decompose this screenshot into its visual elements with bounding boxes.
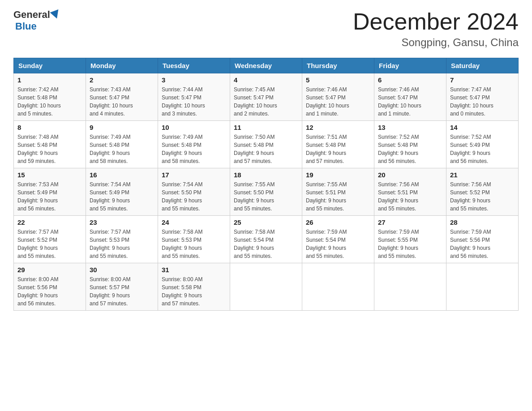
col-monday: Monday	[86, 58, 158, 73]
day-number: 17	[162, 171, 226, 179]
day-info: Sunrise: 7:48 AMSunset: 5:48 PMDaylight:…	[17, 133, 82, 165]
day-number: 23	[90, 218, 154, 226]
month-title: December 2024	[353, 9, 519, 34]
table-row: 4Sunrise: 7:45 AMSunset: 5:47 PMDaylight…	[230, 73, 302, 121]
col-tuesday: Tuesday	[158, 58, 230, 73]
table-row: 31Sunrise: 8:00 AMSunset: 5:58 PMDayligh…	[158, 263, 230, 311]
col-saturday: Saturday	[446, 58, 519, 73]
calendar-body: 1Sunrise: 7:42 AMSunset: 5:48 PMDaylight…	[14, 73, 519, 311]
table-row	[302, 263, 374, 311]
table-row: 3Sunrise: 7:44 AMSunset: 5:47 PMDaylight…	[158, 73, 230, 121]
day-number: 4	[234, 76, 298, 84]
col-friday: Friday	[374, 58, 446, 73]
day-info: Sunrise: 7:56 AMSunset: 5:52 PMDaylight:…	[450, 180, 515, 213]
logo-blue-text: Blue	[15, 21, 37, 32]
day-number: 13	[378, 124, 442, 131]
table-row: 28Sunrise: 7:59 AMSunset: 5:56 PMDayligh…	[446, 216, 519, 263]
table-row: 14Sunrise: 7:52 AMSunset: 5:49 PMDayligh…	[446, 121, 519, 168]
table-row: 27Sunrise: 7:59 AMSunset: 5:55 PMDayligh…	[374, 216, 446, 263]
logo-triangle-icon	[50, 9, 61, 20]
day-info: Sunrise: 8:00 AMSunset: 5:58 PMDaylight:…	[162, 275, 226, 308]
day-info: Sunrise: 7:57 AMSunset: 5:53 PMDaylight:…	[90, 228, 154, 260]
day-number: 6	[378, 76, 442, 84]
page-header: General Blue December 2024 Songping, Gan…	[13, 9, 519, 49]
day-number: 8	[17, 124, 82, 131]
table-row: 26Sunrise: 7:59 AMSunset: 5:54 PMDayligh…	[302, 216, 374, 263]
title-block: December 2024 Songping, Gansu, China	[353, 9, 519, 49]
day-number: 25	[234, 218, 298, 226]
logo-text: General	[13, 9, 61, 21]
day-number: 22	[17, 218, 82, 226]
day-info: Sunrise: 7:50 AMSunset: 5:48 PMDaylight:…	[234, 133, 298, 165]
table-row	[230, 263, 302, 311]
day-info: Sunrise: 7:51 AMSunset: 5:48 PMDaylight:…	[306, 133, 370, 165]
day-info: Sunrise: 7:59 AMSunset: 5:55 PMDaylight:…	[378, 228, 442, 260]
day-info: Sunrise: 7:45 AMSunset: 5:47 PMDaylight:…	[234, 86, 298, 118]
day-info: Sunrise: 7:46 AMSunset: 5:47 PMDaylight:…	[378, 86, 442, 118]
day-info: Sunrise: 7:46 AMSunset: 5:47 PMDaylight:…	[306, 86, 370, 118]
day-info: Sunrise: 7:47 AMSunset: 5:47 PMDaylight:…	[450, 86, 515, 118]
table-row: 10Sunrise: 7:49 AMSunset: 5:48 PMDayligh…	[158, 121, 230, 168]
table-row: 30Sunrise: 8:00 AMSunset: 5:57 PMDayligh…	[86, 263, 158, 311]
calendar-table: Sunday Monday Tuesday Wednesday Thursday…	[13, 58, 519, 311]
calendar-week-row: 15Sunrise: 7:53 AMSunset: 5:49 PMDayligh…	[14, 168, 519, 216]
day-info: Sunrise: 7:54 AMSunset: 5:49 PMDaylight:…	[90, 180, 154, 213]
day-number: 10	[162, 124, 226, 131]
day-number: 18	[234, 171, 298, 179]
day-info: Sunrise: 7:49 AMSunset: 5:48 PMDaylight:…	[90, 133, 154, 165]
day-info: Sunrise: 7:58 AMSunset: 5:54 PMDaylight:…	[234, 228, 298, 260]
calendar-week-row: 29Sunrise: 8:00 AMSunset: 5:56 PMDayligh…	[14, 263, 519, 311]
logo-general: General	[13, 9, 50, 21]
day-info: Sunrise: 8:00 AMSunset: 5:57 PMDaylight:…	[90, 275, 154, 308]
table-row: 7Sunrise: 7:47 AMSunset: 5:47 PMDaylight…	[446, 73, 519, 121]
table-row: 13Sunrise: 7:52 AMSunset: 5:48 PMDayligh…	[374, 121, 446, 168]
day-number: 31	[162, 266, 226, 274]
day-info: Sunrise: 7:53 AMSunset: 5:49 PMDaylight:…	[17, 180, 82, 213]
table-row: 19Sunrise: 7:55 AMSunset: 5:51 PMDayligh…	[302, 168, 374, 216]
col-sunday: Sunday	[14, 58, 86, 73]
day-number: 2	[90, 76, 154, 84]
day-info: Sunrise: 7:55 AMSunset: 5:51 PMDaylight:…	[306, 180, 370, 213]
table-row: 25Sunrise: 7:58 AMSunset: 5:54 PMDayligh…	[230, 216, 302, 263]
header-row: Sunday Monday Tuesday Wednesday Thursday…	[14, 58, 519, 73]
day-info: Sunrise: 7:56 AMSunset: 5:51 PMDaylight:…	[378, 180, 442, 213]
day-info: Sunrise: 7:57 AMSunset: 5:52 PMDaylight:…	[17, 228, 82, 260]
table-row: 5Sunrise: 7:46 AMSunset: 5:47 PMDaylight…	[302, 73, 374, 121]
table-row: 1Sunrise: 7:42 AMSunset: 5:48 PMDaylight…	[14, 73, 86, 121]
col-thursday: Thursday	[302, 58, 374, 73]
day-info: Sunrise: 7:42 AMSunset: 5:48 PMDaylight:…	[17, 86, 82, 118]
table-row: 2Sunrise: 7:43 AMSunset: 5:47 PMDaylight…	[86, 73, 158, 121]
table-row: 11Sunrise: 7:50 AMSunset: 5:48 PMDayligh…	[230, 121, 302, 168]
calendar-header: Sunday Monday Tuesday Wednesday Thursday…	[14, 58, 519, 73]
day-number: 5	[306, 76, 370, 84]
day-number: 21	[450, 171, 515, 179]
day-info: Sunrise: 7:59 AMSunset: 5:56 PMDaylight:…	[450, 228, 515, 260]
table-row: 8Sunrise: 7:48 AMSunset: 5:48 PMDaylight…	[14, 121, 86, 168]
day-number: 12	[306, 124, 370, 131]
table-row: 21Sunrise: 7:56 AMSunset: 5:52 PMDayligh…	[446, 168, 519, 216]
calendar-week-row: 22Sunrise: 7:57 AMSunset: 5:52 PMDayligh…	[14, 216, 519, 263]
day-number: 20	[378, 171, 442, 179]
table-row: 22Sunrise: 7:57 AMSunset: 5:52 PMDayligh…	[14, 216, 86, 263]
table-row: 23Sunrise: 7:57 AMSunset: 5:53 PMDayligh…	[86, 216, 158, 263]
day-info: Sunrise: 7:52 AMSunset: 5:48 PMDaylight:…	[378, 133, 442, 165]
table-row: 16Sunrise: 7:54 AMSunset: 5:49 PMDayligh…	[86, 168, 158, 216]
table-row: 9Sunrise: 7:49 AMSunset: 5:48 PMDaylight…	[86, 121, 158, 168]
table-row	[374, 263, 446, 311]
day-number: 24	[162, 218, 226, 226]
day-info: Sunrise: 7:44 AMSunset: 5:47 PMDaylight:…	[162, 86, 226, 118]
day-info: Sunrise: 7:52 AMSunset: 5:49 PMDaylight:…	[450, 133, 515, 165]
day-info: Sunrise: 7:58 AMSunset: 5:53 PMDaylight:…	[162, 228, 226, 260]
day-info: Sunrise: 7:59 AMSunset: 5:54 PMDaylight:…	[306, 228, 370, 260]
day-number: 28	[450, 218, 515, 226]
day-number: 11	[234, 124, 298, 131]
day-number: 29	[17, 266, 82, 274]
day-number: 15	[17, 171, 82, 179]
table-row: 24Sunrise: 7:58 AMSunset: 5:53 PMDayligh…	[158, 216, 230, 263]
day-info: Sunrise: 7:49 AMSunset: 5:48 PMDaylight:…	[162, 133, 226, 165]
day-number: 14	[450, 124, 515, 131]
col-wednesday: Wednesday	[230, 58, 302, 73]
day-number: 16	[90, 171, 154, 179]
table-row: 12Sunrise: 7:51 AMSunset: 5:48 PMDayligh…	[302, 121, 374, 168]
logo: General Blue	[13, 9, 61, 32]
